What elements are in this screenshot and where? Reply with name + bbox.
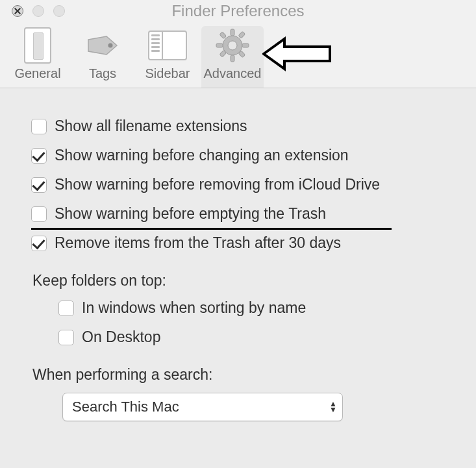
window-title: Finder Preferences [0, 2, 476, 20]
keep-folders-heading: Keep folders on top: [31, 258, 463, 293]
svg-rect-6 [219, 32, 227, 39]
svg-rect-8 [238, 31, 245, 38]
advanced-pane: Show all filename extensions Show warnin… [0, 88, 476, 434]
tab-label-general: General [6, 66, 69, 81]
search-heading: When performing a search: [31, 352, 463, 388]
tab-general[interactable]: General [6, 26, 69, 88]
close-window-button[interactable] [12, 5, 23, 17]
svg-point-0 [108, 43, 113, 48]
minimize-window-button[interactable] [32, 5, 44, 17]
checkbox-warn-change-extension[interactable] [31, 148, 47, 164]
option-warn-empty-trash: Show warning before emptying the Trash [31, 199, 463, 228]
search-scope-select[interactable]: Search This Mac ▲▼ [62, 393, 343, 421]
checkbox-warn-empty-trash[interactable] [31, 206, 47, 222]
chevron-up-down-icon: ▲▼ [329, 401, 337, 413]
checkbox-warn-remove-icloud[interactable] [31, 177, 47, 193]
search-scope-value: Search This Mac [72, 399, 179, 415]
switch-icon [24, 27, 51, 64]
tab-sidebar[interactable]: Sidebar [136, 26, 199, 88]
sidebar-icon [148, 31, 187, 60]
annotation-arrow-icon [262, 35, 334, 75]
label-folders-on-desktop: On Desktop [82, 328, 160, 346]
checkbox-folders-in-windows[interactable] [58, 301, 74, 316]
svg-rect-2 [231, 29, 234, 36]
svg-rect-4 [216, 43, 223, 47]
svg-rect-5 [242, 43, 249, 47]
checkbox-remove-after-30-days[interactable] [31, 236, 47, 251]
svg-rect-3 [231, 55, 234, 62]
option-folders-on-desktop: On Desktop [58, 323, 463, 352]
preferences-toolbar: General Tags Sidebar [0, 22, 476, 88]
tag-icon [71, 26, 134, 65]
label-folders-in-windows: In windows when sorting by name [82, 299, 306, 317]
label-remove-after-30-days: Remove items from the Trash after 30 day… [55, 234, 341, 252]
window-controls [0, 5, 65, 17]
tab-label-advanced: Advanced [201, 66, 264, 81]
option-warn-remove-icloud: Show warning before removing from iCloud… [31, 170, 463, 199]
tab-tags[interactable]: Tags [71, 26, 134, 88]
label-warn-empty-trash: Show warning before emptying the Trash [55, 205, 326, 223]
zoom-window-button[interactable] [53, 5, 65, 17]
option-show-all-extensions: Show all filename extensions [31, 112, 463, 141]
svg-point-10 [228, 41, 237, 50]
option-remove-after-30-days: Remove items from the Trash after 30 day… [31, 228, 463, 258]
tab-label-sidebar: Sidebar [136, 66, 199, 81]
option-folders-in-windows: In windows when sorting by name [58, 293, 463, 323]
label-show-all-extensions: Show all filename extensions [55, 117, 247, 135]
checkbox-show-all-extensions[interactable] [31, 119, 47, 134]
label-warn-remove-icloud: Show warning before removing from iCloud… [55, 176, 380, 193]
gear-icon [201, 26, 264, 65]
label-warn-change-extension: Show warning before changing an extensio… [55, 147, 349, 164]
checkbox-folders-on-desktop[interactable] [58, 330, 74, 345]
titlebar: Finder Preferences [0, 0, 476, 22]
tab-advanced[interactable]: Advanced [201, 26, 264, 88]
tab-label-tags: Tags [71, 66, 134, 81]
option-warn-change-extension: Show warning before changing an extensio… [31, 141, 463, 170]
